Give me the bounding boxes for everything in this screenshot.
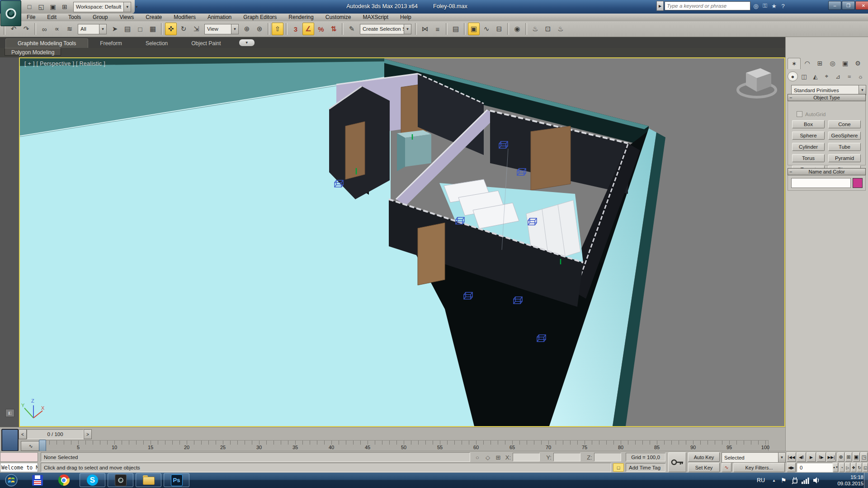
select-link-icon[interactable]: ∞ [38,23,50,35]
set-keys-button[interactable] [668,452,686,472]
workspace-dropdown[interactable]: Workspace: Default ▼ [73,2,131,12]
schematic-view-icon[interactable]: ⊟ [493,23,505,35]
rect-selection-region-icon[interactable]: □ [134,23,146,35]
action-center-flag-icon[interactable]: ⚑ [779,475,788,486]
go-end-icon[interactable]: ▶▶| [826,452,836,462]
menu-edit[interactable]: Edit [41,14,62,21]
max-logo-button[interactable] [0,0,21,26]
primitive-button-geosphere[interactable]: GeoSphere [828,131,861,140]
menu-file[interactable]: File [21,14,41,21]
motion-tab-icon[interactable]: ◎ [826,58,839,69]
modify-tab-icon[interactable]: ◠ [801,58,813,69]
angle-snap-icon[interactable]: ∠ [302,23,314,35]
play-selected-icon[interactable]: ▷ [845,463,850,472]
menu-views[interactable]: Views [113,14,140,21]
primitive-button-pyramid[interactable]: Pyramid [828,154,861,162]
absolute-offset-icon[interactable]: ⊞ [494,453,503,462]
taskbar-clock[interactable]: 15:18 09.03.2015 [826,474,863,487]
track-bar[interactable]: 0510152025303540455055606570758085909510… [42,440,769,451]
key-selection-dropdown[interactable]: Selected ▼ [722,452,786,463]
zoom-all-icon[interactable]: ⊞ [845,452,852,462]
taskbar-3dsmax[interactable] [108,473,133,487]
bind-spacewarp-icon[interactable]: ≋ [64,23,75,35]
time-slider-value[interactable]: 0 / 100 [27,429,84,439]
power-plug-icon[interactable] [790,475,799,485]
start-button[interactable] [1,473,22,487]
reference-coordinate-dropdown[interactable]: View▼ [204,24,239,34]
menu-customize[interactable]: Customize [320,14,357,21]
tab-polygon-modeling[interactable]: Polygon Modeling [5,48,61,56]
menu-maxscript[interactable]: MAXScript [357,14,394,21]
prev-frame-icon[interactable]: ◀‖ [797,452,806,462]
menu-rendering[interactable]: Rendering [283,14,319,21]
taskbar-chrome[interactable] [53,473,74,487]
search-expand-button[interactable]: ▶ [656,1,664,11]
project-folder-icon[interactable]: ⊞ [60,2,70,12]
menu-tools[interactable]: Tools [62,14,87,21]
sign-in-key-icon[interactable]: ⚿ [760,1,769,10]
lightbulb-icon[interactable]: ○ [473,453,482,462]
window-crossing-icon[interactable]: ▦ [147,23,159,35]
autogrid-checkbox[interactable]: AutoGrid [797,111,826,117]
menu-create[interactable]: Create [140,14,168,21]
next-frame-icon[interactable]: ‖▶ [816,452,826,462]
qat-overflow-icon[interactable]: ▼ [135,5,138,9]
prev-frame-button[interactable]: < [19,429,27,439]
utilities-tab-icon[interactable]: ⚙ [852,58,864,69]
keyboard-override-icon[interactable]: ⇧ [272,23,283,35]
zoom-icon[interactable]: ⊕ [837,452,844,462]
named-selection-sets-dropdown[interactable]: Create Selection Se▼ [360,24,411,34]
cameras-category-icon[interactable]: ⌖ [821,71,832,81]
new-file-icon[interactable]: □ [24,2,34,12]
render-setup-icon[interactable]: ♨ [529,23,541,35]
search-input[interactable] [665,1,750,10]
taskbar-save-app[interactable] [27,473,48,487]
play-icon[interactable]: ▶ [807,452,816,462]
menu-group[interactable]: Group [87,14,113,21]
snaps-toggle-icon[interactable]: 3 [290,23,302,35]
select-manipulate-icon[interactable]: ⊛ [254,23,265,35]
y-coord-field[interactable] [553,453,580,461]
restore-button[interactable]: ❐ [842,1,855,10]
percent-snap-icon[interactable]: % [315,23,327,35]
unlink-selection-icon[interactable]: ∝ [51,23,63,35]
taskbar-skype[interactable]: S [80,473,105,487]
frame-spinner[interactable]: ▲▼ [833,463,838,472]
helpers-category-icon[interactable]: ⊿ [833,71,843,81]
network-signal-icon[interactable] [801,475,810,485]
zoom-extents-all-icon[interactable]: ◳ [860,452,868,462]
x-coord-field[interactable] [513,453,540,461]
use-pivot-center-icon[interactable]: ⊕ [241,23,253,35]
go-start-icon[interactable]: |◀◀ [787,452,796,462]
viewport-label[interactable]: [ + ] [ Perspective ] [ Realistic ] [24,61,105,67]
menu-graph-editors[interactable]: Graph Editors [237,14,283,21]
redo-icon[interactable]: ↷ [20,23,32,35]
shapes-category-icon[interactable]: ◫ [799,71,809,81]
primitive-button-torus[interactable]: Torus [792,154,825,162]
primitive-button-cylinder[interactable]: Cylinder [792,143,825,151]
ribbon-overflow-button[interactable]: ▼ [239,39,255,46]
object-name-field[interactable] [791,178,851,188]
language-indicator[interactable]: RU [754,474,768,486]
taskbar-explorer[interactable] [136,473,161,487]
close-button[interactable]: ✕ [855,1,868,10]
selection-filter-dropdown[interactable]: All▼ [78,24,107,34]
spacewarps-category-icon[interactable]: ≈ [844,71,854,81]
layer-explorer-icon[interactable]: ▣ [468,23,480,35]
set-key-button[interactable]: Set Key [688,463,720,472]
perspective-viewport[interactable]: [ + ] [ Perspective ] [ Realistic ] [19,57,785,427]
selection-lock-icon[interactable]: ◇ [483,453,492,462]
name-color-rollout-header[interactable]: − Name and Color [788,168,866,175]
hierarchy-tab-icon[interactable]: ⊞ [814,58,826,69]
mirror-icon[interactable]: ⋈ [419,23,431,35]
curve-editor-icon[interactable]: ∿ [481,23,492,35]
primitive-button-tube[interactable]: Tube [828,143,861,151]
time-tag-icon[interactable]: □ [613,463,624,472]
render-production-icon[interactable]: ♨ [555,23,566,35]
save-file-icon[interactable]: ▣ [48,2,58,12]
maxscript-mini-listener-input[interactable] [0,452,38,462]
select-by-name-icon[interactable]: ▤ [122,23,133,35]
primitive-button-sphere[interactable]: Sphere [792,131,825,140]
select-rotate-icon[interactable]: ↻ [178,23,189,35]
minimize-button[interactable]: – [828,1,841,10]
